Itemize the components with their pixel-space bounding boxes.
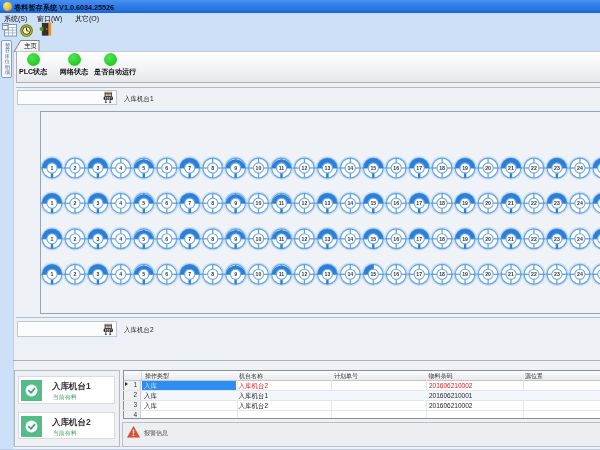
- svg-text:11: 11: [279, 271, 285, 277]
- svg-text:3: 3: [96, 271, 99, 277]
- svg-text:16: 16: [393, 271, 399, 277]
- svg-text:20: 20: [485, 271, 491, 277]
- svg-text:22: 22: [531, 236, 537, 242]
- svg-text:13: 13: [325, 200, 331, 206]
- svg-text:1: 1: [51, 271, 54, 277]
- svg-text:12: 12: [302, 236, 308, 242]
- svg-text:10: 10: [256, 271, 262, 277]
- svg-text:8: 8: [211, 165, 214, 171]
- svg-text:14: 14: [347, 236, 353, 242]
- svg-text:1: 1: [51, 236, 54, 242]
- svg-text:17: 17: [416, 236, 422, 242]
- svg-text:20: 20: [485, 236, 491, 242]
- svg-text:9: 9: [234, 236, 237, 242]
- svg-text:8: 8: [211, 200, 214, 206]
- svg-text:9: 9: [234, 165, 237, 171]
- svg-text:3: 3: [96, 165, 99, 171]
- svg-text:22: 22: [531, 165, 537, 171]
- svg-text:11: 11: [279, 236, 285, 242]
- svg-text:14: 14: [347, 165, 353, 171]
- svg-text:22: 22: [531, 271, 537, 277]
- svg-text:6: 6: [165, 165, 168, 171]
- svg-text:21: 21: [508, 271, 514, 277]
- svg-text:9: 9: [234, 200, 237, 206]
- svg-text:12: 12: [302, 165, 308, 171]
- svg-text:15: 15: [370, 236, 376, 242]
- svg-text:7: 7: [188, 236, 191, 242]
- svg-text:4: 4: [119, 165, 122, 171]
- svg-text:11: 11: [279, 165, 285, 171]
- svg-text:8: 8: [211, 271, 214, 277]
- svg-text:24: 24: [577, 165, 583, 171]
- svg-text:23: 23: [554, 271, 560, 277]
- svg-text:1: 1: [51, 200, 54, 206]
- svg-text:19: 19: [462, 236, 468, 242]
- svg-text:12: 12: [302, 271, 308, 277]
- svg-text:23: 23: [554, 236, 560, 242]
- svg-text:24: 24: [577, 200, 583, 206]
- svg-text:18: 18: [439, 200, 445, 206]
- svg-text:18: 18: [439, 271, 445, 277]
- svg-text:2: 2: [74, 236, 77, 242]
- svg-text:15: 15: [370, 200, 376, 206]
- svg-text:1: 1: [51, 165, 54, 171]
- svg-text:23: 23: [554, 165, 560, 171]
- svg-text:11: 11: [279, 200, 285, 206]
- svg-text:20: 20: [485, 200, 491, 206]
- svg-text:5: 5: [142, 200, 145, 206]
- svg-text:17: 17: [416, 200, 422, 206]
- svg-text:10: 10: [256, 200, 262, 206]
- svg-text:17: 17: [416, 165, 422, 171]
- svg-text:13: 13: [325, 236, 331, 242]
- svg-text:4: 4: [119, 271, 122, 277]
- svg-text:8: 8: [211, 236, 214, 242]
- svg-text:16: 16: [393, 236, 399, 242]
- svg-text:2: 2: [74, 165, 77, 171]
- svg-text:23: 23: [554, 200, 560, 206]
- svg-text:19: 19: [462, 165, 468, 171]
- svg-text:20: 20: [485, 165, 491, 171]
- svg-text:17: 17: [416, 271, 422, 277]
- svg-text:24: 24: [577, 236, 583, 242]
- svg-text:2: 2: [74, 271, 77, 277]
- svg-text:22: 22: [531, 200, 537, 206]
- svg-text:3: 3: [96, 200, 99, 206]
- svg-text:4: 4: [119, 236, 122, 242]
- svg-text:2: 2: [74, 200, 77, 206]
- svg-text:18: 18: [439, 236, 445, 242]
- svg-text:15: 15: [370, 271, 376, 277]
- svg-text:5: 5: [142, 271, 145, 277]
- svg-text:15: 15: [370, 165, 376, 171]
- svg-text:14: 14: [347, 271, 353, 277]
- svg-text:19: 19: [462, 271, 468, 277]
- svg-text:13: 13: [325, 165, 331, 171]
- svg-text:4: 4: [119, 200, 122, 206]
- svg-text:21: 21: [508, 165, 514, 171]
- svg-text:18: 18: [439, 165, 445, 171]
- svg-text:14: 14: [347, 200, 353, 206]
- svg-text:10: 10: [256, 165, 262, 171]
- svg-text:12: 12: [302, 200, 308, 206]
- svg-text:9: 9: [234, 271, 237, 277]
- svg-text:7: 7: [188, 271, 191, 277]
- svg-text:3: 3: [96, 236, 99, 242]
- svg-text:13: 13: [325, 271, 331, 277]
- svg-text:5: 5: [142, 236, 145, 242]
- svg-text:24: 24: [577, 271, 583, 277]
- svg-text:19: 19: [462, 200, 468, 206]
- svg-text:6: 6: [165, 236, 168, 242]
- svg-text:6: 6: [165, 271, 168, 277]
- svg-text:16: 16: [393, 165, 399, 171]
- svg-text:10: 10: [256, 236, 262, 242]
- svg-text:7: 7: [188, 200, 191, 206]
- svg-text:7: 7: [188, 165, 191, 171]
- svg-text:6: 6: [165, 200, 168, 206]
- svg-text:16: 16: [393, 200, 399, 206]
- svg-text:21: 21: [508, 200, 514, 206]
- svg-text:5: 5: [142, 165, 145, 171]
- svg-text:21: 21: [508, 236, 514, 242]
